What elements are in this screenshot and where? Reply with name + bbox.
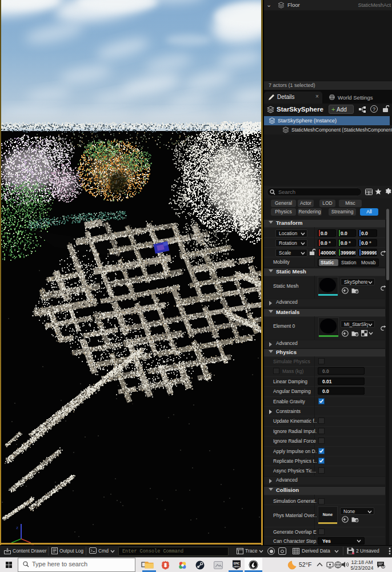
svg-text:GAMES: GAMES [233,566,240,568]
svg-text:1: 1 [382,565,384,568]
svg-text:z: z [16,525,18,530]
svg-text:EPIC: EPIC [234,562,240,565]
